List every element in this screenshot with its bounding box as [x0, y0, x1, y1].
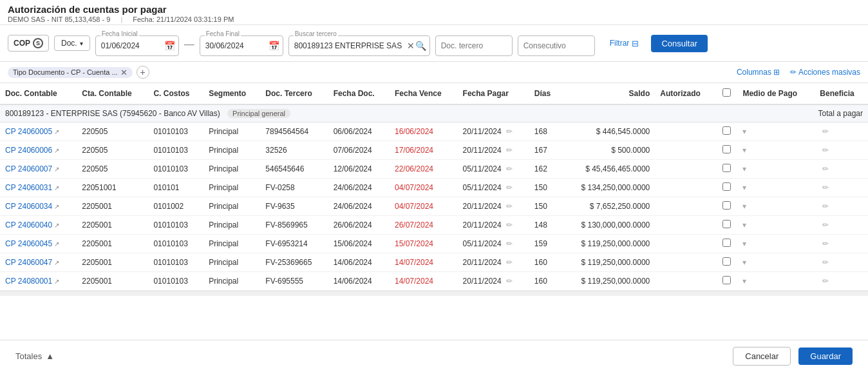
edit-fecha-pagar-icon[interactable]: ✏ [506, 146, 513, 155]
edit-beneficia-icon[interactable]: ✏ [822, 183, 829, 192]
cell-doc-tercero: FV-9635 [260, 197, 328, 216]
cell-dias: 167 [529, 141, 561, 160]
medio-pago-dropdown[interactable]: ▾ [742, 164, 746, 173]
edit-fecha-pagar-icon[interactable]: ✏ [506, 220, 513, 230]
edit-fecha-pagar-icon[interactable]: ✏ [506, 164, 513, 173]
medio-pago-dropdown[interactable]: ▾ [742, 258, 746, 267]
doc-link[interactable]: CP 24080001 ↗ [5, 277, 71, 286]
currency-label: COP [14, 39, 30, 48]
doc-link[interactable]: CP 24060006 ↗ [5, 146, 71, 155]
edit-beneficia-icon[interactable]: ✏ [822, 202, 829, 211]
cell-fecha-vence: 15/07/2024 [390, 235, 458, 253]
cell-doc: CP 24060034 ↗ [0, 197, 77, 216]
medio-pago-dropdown[interactable]: ▾ [742, 220, 746, 230]
edit-beneficia-icon[interactable]: ✏ [822, 277, 829, 286]
row-checkbox[interactable] [722, 201, 731, 210]
group-row: 800189123 - ENTERPRISE SAS (75945620 - B… [0, 104, 868, 122]
doc-link[interactable]: CP 24060034 ↗ [5, 202, 71, 211]
page-title: Autorización de cuentas por pagar [8, 4, 860, 15]
edit-beneficia-icon[interactable]: ✏ [822, 258, 829, 267]
consecutivo-input[interactable] [518, 35, 595, 56]
chip-add-button[interactable]: + [137, 66, 149, 79]
row-checkbox[interactable] [722, 220, 731, 228]
calendar-icon-start[interactable]: 📅 [164, 41, 175, 51]
chip-close-1[interactable]: ✕ [120, 68, 127, 77]
col-fecha-pagar: Fecha Pagar [458, 83, 529, 104]
row-checkbox[interactable] [722, 239, 731, 247]
cell-fecha-pagar: 05/11/2024 ✏ [458, 235, 529, 253]
edit-beneficia-icon[interactable]: ✏ [822, 164, 829, 173]
medio-pago-wrapper: ▾ [742, 258, 809, 267]
row-checkbox[interactable] [722, 145, 731, 153]
clear-icon[interactable]: ✕ [407, 41, 415, 51]
cell-beneficia: ✏ [815, 197, 868, 216]
table-row: CP 24080001 ↗ 2205001 01010103 Principal… [0, 272, 868, 291]
cell-autorizado-check [715, 141, 738, 160]
cell-cta: 2205001 [77, 197, 148, 216]
medio-pago-dropdown[interactable]: ▾ [742, 146, 746, 155]
cell-fecha-vence: 14/07/2024 [390, 272, 458, 291]
edit-fecha-pagar-icon[interactable]: ✏ [506, 202, 513, 211]
cell-costos: 01010103 [148, 141, 203, 160]
doc-button[interactable]: Doc. ▾ [54, 35, 90, 51]
external-link-icon: ↗ [54, 278, 59, 285]
cell-doc: CP 24060005 ↗ [0, 122, 77, 141]
edit-beneficia-icon[interactable]: ✏ [822, 146, 829, 155]
fecha-inicial-label: Fecha Inicial [100, 30, 139, 37]
consultar-button[interactable]: Consultar [651, 35, 708, 52]
edit-fecha-pagar-icon[interactable]: ✏ [506, 183, 513, 192]
edit-fecha-pagar-icon[interactable]: ✏ [506, 127, 513, 136]
edit-beneficia-icon[interactable]: ✏ [822, 127, 829, 136]
currency-button[interactable]: COP S [8, 35, 49, 52]
row-checkbox[interactable] [722, 257, 731, 266]
select-all-checkbox[interactable] [722, 88, 731, 97]
cell-doc: CP 24060040 ↗ [0, 216, 77, 235]
table-row: CP 24060047 ↗ 2205001 01010103 Principal… [0, 253, 868, 272]
doc-link[interactable]: CP 24060007 ↗ [5, 164, 71, 173]
edit-fecha-pagar-icon[interactable]: ✏ [506, 239, 513, 248]
horizontal-scrollbar[interactable] [0, 291, 868, 296]
cell-doc: CP 24060007 ↗ [0, 160, 77, 179]
doc-tercero-input[interactable] [435, 35, 513, 56]
medio-pago-dropdown[interactable]: ▾ [742, 127, 746, 136]
medio-pago-dropdown[interactable]: ▾ [742, 239, 746, 248]
edit-beneficia-icon[interactable]: ✏ [822, 220, 829, 230]
cell-cta: 220505 [77, 122, 148, 141]
medio-pago-dropdown[interactable]: ▾ [742, 183, 746, 192]
cell-doc-tercero: FV-8569965 [260, 216, 328, 235]
doc-link[interactable]: CP 24060040 ↗ [5, 220, 71, 230]
cell-autorizado-empty [655, 179, 715, 197]
cell-saldo: $ 130,000,000.0000 [561, 216, 655, 235]
cell-saldo: $ 500.0000 [561, 141, 655, 160]
row-checkbox[interactable] [722, 182, 731, 191]
cell-costos: 01010103 [148, 272, 203, 291]
doc-text: CP 24060045 [5, 239, 52, 248]
doc-link[interactable]: CP 24060005 ↗ [5, 127, 71, 136]
edit-beneficia-icon[interactable]: ✏ [822, 239, 829, 248]
cell-saldo: $ 7,652,250.0000 [561, 197, 655, 216]
doc-link[interactable]: CP 24060031 ↗ [5, 183, 71, 192]
cell-fecha-doc: 24/06/2024 [328, 197, 390, 216]
filtrar-button[interactable]: Filtrar ⊟ [603, 35, 646, 52]
row-checkbox[interactable] [722, 164, 731, 172]
medio-pago-dropdown[interactable]: ▾ [742, 202, 746, 211]
edit-fecha-pagar-icon[interactable]: ✏ [506, 277, 513, 286]
cell-doc: CP 24060031 ↗ [0, 179, 77, 197]
medio-pago-dropdown[interactable]: ▾ [742, 277, 746, 286]
doc-link[interactable]: CP 24060047 ↗ [5, 258, 71, 267]
columns-button[interactable]: Columnas ⊞ [737, 68, 780, 77]
calendar-icon-end[interactable]: 📅 [269, 41, 279, 51]
acciones-masivas-button[interactable]: ✏ Acciones masivas [790, 68, 860, 77]
search-icon[interactable]: 🔍 [415, 41, 426, 51]
cell-fecha-doc: 24/06/2024 [328, 179, 390, 197]
row-checkbox[interactable] [722, 276, 731, 284]
cell-saldo: $ 134,250,000.0000 [561, 179, 655, 197]
edit-fecha-pagar-icon[interactable]: ✏ [506, 258, 513, 267]
row-checkbox[interactable] [722, 126, 731, 135]
cell-beneficia: ✏ [815, 272, 868, 291]
cell-costos: 01010103 [148, 122, 203, 141]
cell-medio-pago: ▾ [737, 160, 815, 179]
cell-fecha-doc: 12/06/2024 [328, 160, 390, 179]
doc-link[interactable]: CP 24060045 ↗ [5, 239, 71, 248]
filter-chips-bar: Tipo Documento - CP - Cuenta ... ✕ + Col… [0, 62, 868, 83]
